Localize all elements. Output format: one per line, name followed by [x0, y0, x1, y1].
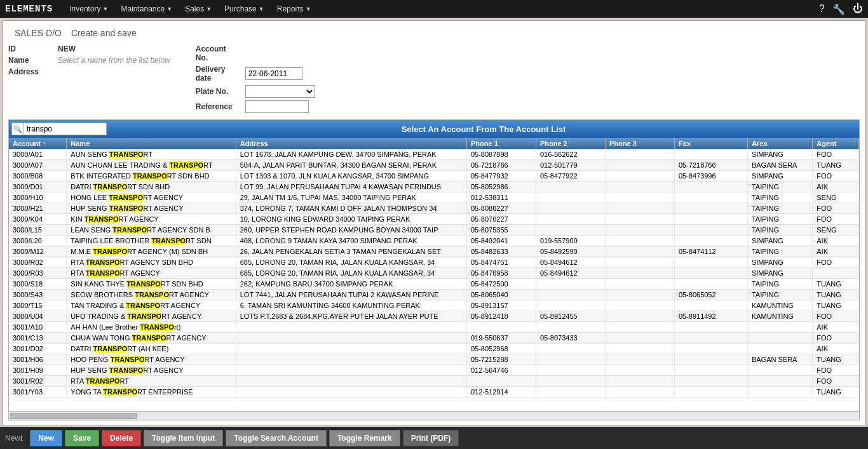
name-hint: Select a name from the list below	[58, 56, 170, 65]
name-label: Name	[8, 56, 53, 65]
toggle-remark-button[interactable]: Toggle Remark	[329, 430, 400, 446]
form-left: ID NEW Name Select a name from the list …	[8, 44, 170, 113]
table-row[interactable]: 3001/C13CHUA WAN TONG TRANSPORT AGENCY01…	[9, 333, 859, 344]
table-row[interactable]: 3001/R02RTA TRANSPORTFOO	[9, 376, 859, 387]
nav-sales-arrow: ▼	[206, 6, 212, 12]
nav-maintanance-arrow: ▼	[166, 6, 172, 12]
settings-icon[interactable]: 🔧	[832, 3, 845, 15]
form-address-row: Address	[8, 67, 170, 76]
account-search-title: Select An Account From The Account List	[111, 124, 857, 134]
horizontal-scrollbar[interactable]	[9, 411, 859, 420]
id-value: NEW	[58, 44, 76, 53]
nav-inventory[interactable]: Inventory ▼	[63, 0, 114, 18]
table-row[interactable]: 3000/M12M.M.E TRANSPORT AGENCY (M) SDN B…	[9, 246, 859, 257]
toggle-search-button[interactable]: Toggle Search Account	[226, 430, 327, 446]
col-header-address[interactable]: Address	[236, 138, 466, 149]
app-brand: ELEMENTS	[5, 4, 53, 14]
save-button[interactable]: Save	[65, 430, 99, 446]
page-title: SALES D/O Create and save	[8, 26, 860, 39]
col-header-phone2[interactable]: Phone 2	[536, 138, 605, 149]
table-row[interactable]: 3000/B08BTK INTEGRATED TRANSPORT SDN BHD…	[9, 171, 859, 182]
nav-reports[interactable]: Reports ▼	[271, 0, 318, 18]
search-wrapper: 🔍	[11, 123, 107, 135]
new-button[interactable]: New	[30, 430, 62, 446]
print-button[interactable]: Print (PDF)	[403, 430, 459, 446]
nav-maintanance[interactable]: Maintanance ▼	[115, 0, 179, 18]
form-section: ID NEW Name Select a name from the list …	[8, 44, 860, 113]
delivery-date-input[interactable]	[245, 67, 302, 80]
table-row[interactable]: 3001/Y03YONG TA TRANSPORT ENTERPRISE012-…	[9, 387, 859, 398]
table-row[interactable]: 3000/A01AUN SENG TRANSPORTLOT 1678, JALA…	[9, 149, 859, 160]
table-header-row: Account ↑ Name Address Phone 1 Phone 2 P…	[9, 138, 859, 149]
table-row[interactable]: 3000/S43SEOW BROTHERS TRANSPORT AGENCYLO…	[9, 290, 859, 300]
delivery-date-label: Delivery date	[196, 65, 240, 83]
account-table-body: 3000/A01AUN SENG TRANSPORTLOT 1678, JALA…	[9, 149, 859, 398]
address-label: Address	[8, 67, 53, 76]
form-delivery-date-row: Delivery date	[196, 65, 315, 83]
hscroll-thumb[interactable]	[10, 413, 137, 419]
toggle-item-button[interactable]: Toggle Item Input	[144, 430, 223, 446]
nav-reports-arrow: ▼	[306, 6, 311, 12]
plate-no-select[interactable]	[245, 85, 315, 98]
table-container[interactable]: Account ↑ Name Address Phone 1 Phone 2 P…	[9, 138, 859, 411]
reference-label: Reference	[196, 102, 240, 111]
table-row[interactable]: 3000/U04UFO TRADING & TRANSPORT AGENCYLO…	[9, 311, 859, 322]
navbar-right: ? 🔧 ⏻	[819, 3, 863, 15]
form-plate-no-row: Plate No.	[196, 85, 315, 98]
table-row[interactable]: 3000/S18SIN KANG THYE TRANSPORT SDN BHD2…	[9, 279, 859, 290]
col-header-account[interactable]: Account ↑	[9, 138, 67, 149]
col-header-agent[interactable]: Agent	[813, 138, 859, 149]
table-row[interactable]: 3001/A10AH HAN (Lee Brother TRANSPOrt)AI…	[9, 322, 859, 333]
nav-inventory-arrow: ▼	[103, 6, 109, 12]
form-reference-row: Reference	[196, 100, 315, 113]
form-id-row: ID NEW	[8, 44, 170, 53]
nav-purchase[interactable]: Purchase ▼	[218, 0, 271, 18]
navbar: ELEMENTS Inventory ▼ Maintanance ▼ Sales…	[0, 0, 868, 18]
form-name-row: Name Select a name from the list below	[8, 56, 170, 65]
help-icon[interactable]: ?	[819, 3, 825, 15]
account-search-section: 🔍 Select An Account From The Account Lis…	[8, 119, 860, 420]
table-row[interactable]: 3000/H10HONG LEE TRANSPORT AGENCY29, JAL…	[9, 192, 859, 203]
id-label: ID	[8, 44, 53, 53]
app-label: Newt	[5, 434, 22, 443]
nav-sales[interactable]: Sales ▼	[179, 0, 218, 18]
bottom-toolbar: Newt New Save Delete Toggle Item Input T…	[0, 427, 868, 449]
table-row[interactable]: 3000/R02RTA TRANSPORT AGENCY SDN BHD685,…	[9, 257, 859, 268]
table-row[interactable]: 3000/L15LEAN SENG TRANSPORT AGENCY SDN B…	[9, 225, 859, 236]
power-icon[interactable]: ⏻	[853, 3, 863, 15]
col-header-phone3[interactable]: Phone 3	[605, 138, 674, 149]
table-row[interactable]: 3001/H09HUP SENG TRANSPORT AGENCY012-564…	[9, 365, 859, 376]
table-row[interactable]: 3000/H21HUP SENG TRANSPORT AGENCY374, LO…	[9, 203, 859, 214]
table-row[interactable]: 3000/R03RTA TRANSPORT AGENCY685, LORONG …	[9, 268, 859, 279]
table-row[interactable]: 3000/A07AUN CHUAN LEE TRADING & TRANSPOR…	[9, 160, 859, 171]
account-table: Account ↑ Name Address Phone 1 Phone 2 P…	[9, 138, 859, 398]
col-header-name[interactable]: Name	[67, 138, 236, 149]
table-row[interactable]: 3000/L20TAIPING LEE BROTHER TRANSPORT SD…	[9, 236, 859, 246]
table-row[interactable]: 3000/D01DATRI TRANSPORT SDN BHDLOT 99, J…	[9, 182, 859, 192]
plate-no-label: Plate No.	[196, 87, 240, 96]
search-icon: 🔍	[11, 123, 24, 135]
table-row[interactable]: 3000/K04KIN TRANSPORT AGENCY10, LORONG K…	[9, 214, 859, 225]
table-row[interactable]: 3000/T15TAN TRADING & TRANSPORT AGENCY6,…	[9, 300, 859, 311]
delete-button[interactable]: Delete	[102, 430, 141, 446]
col-header-fax[interactable]: Fax	[674, 138, 747, 149]
main-content: SALES D/O Create and save ID NEW Name Se…	[3, 20, 865, 426]
table-row[interactable]: 3001/H06HOO PENG TRANSPORT AGENCY05-7215…	[9, 354, 859, 365]
col-header-area[interactable]: Area	[747, 138, 812, 149]
account-search-header: 🔍 Select An Account From The Account Lis…	[9, 120, 859, 138]
reference-input[interactable]	[245, 100, 309, 113]
col-header-phone1[interactable]: Phone 1	[466, 138, 536, 149]
form-right: Account No. Delivery date Plate No. Refe…	[196, 44, 315, 113]
table-row[interactable]: 3001/D02DATRI TRANSPORT (AH KEE)05-80529…	[9, 344, 859, 354]
nav-purchase-arrow: ▼	[259, 6, 264, 12]
search-input[interactable]	[24, 123, 107, 135]
form-account-no-row: Account No.	[196, 44, 315, 62]
account-no-label: Account No.	[196, 44, 240, 62]
